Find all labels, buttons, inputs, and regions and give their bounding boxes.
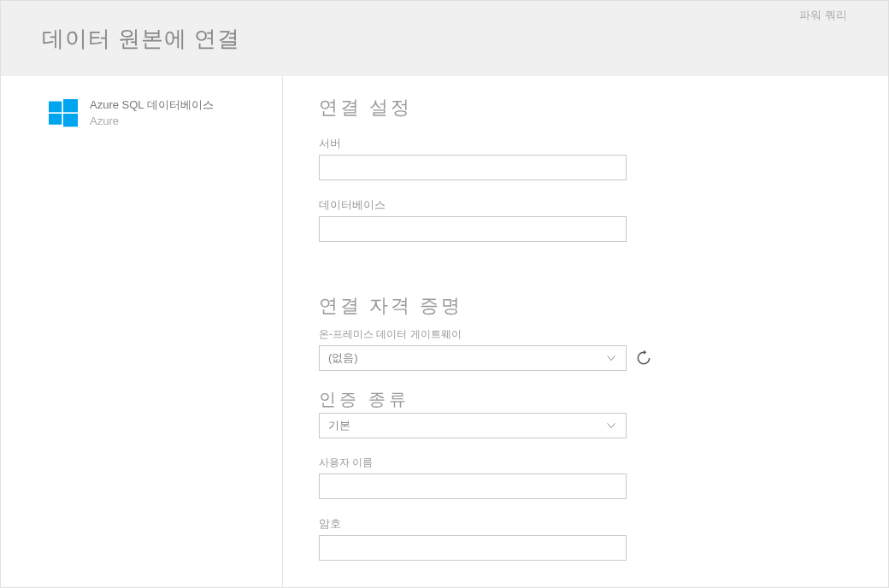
svg-rect-3 xyxy=(63,114,78,126)
app-header: 데이터 원본에 연결 파워 쿼리 xyxy=(1,1,888,76)
server-field-group: 서버 xyxy=(319,136,854,180)
password-field-group: 암호 xyxy=(319,516,854,561)
windows-logo-icon xyxy=(49,99,78,128)
svg-rect-0 xyxy=(49,102,62,113)
server-label: 서버 xyxy=(319,136,854,151)
username-label: 사용자 이름 xyxy=(319,456,854,470)
server-input[interactable] xyxy=(319,155,627,180)
gateway-select[interactable]: (없음) xyxy=(319,345,627,371)
svg-rect-2 xyxy=(49,114,62,125)
gateway-select-value: (없음) xyxy=(328,350,358,366)
password-label: 암호 xyxy=(319,516,854,532)
password-input[interactable] xyxy=(319,535,627,561)
sidebar: Azure SQL 데이터베이스 Azure xyxy=(1,76,283,587)
main-panel: 연결 설정 서버 데이터베이스 연결 자격 증명 온-프레미스 데이터 게이트웨… xyxy=(283,76,888,587)
auth-type-select[interactable]: 기본 xyxy=(319,413,627,438)
username-field-group: 사용자 이름 xyxy=(319,456,854,499)
datasource-item[interactable]: Azure SQL 데이터베이스 Azure xyxy=(49,97,265,128)
datasource-title: Azure SQL 데이터베이스 xyxy=(90,97,214,113)
database-field-group: 데이터베이스 xyxy=(319,197,854,242)
datasource-text: Azure SQL 데이터베이스 Azure xyxy=(90,97,214,127)
page-title: 데이터 원본에 연결 xyxy=(42,24,240,54)
database-input[interactable] xyxy=(319,216,627,242)
content-area: Azure SQL 데이터베이스 Azure 연결 설정 서버 데이터베이스 연… xyxy=(1,76,888,587)
connection-settings-heading: 연결 설정 xyxy=(319,95,854,121)
refresh-icon[interactable] xyxy=(635,350,652,367)
username-input[interactable] xyxy=(319,473,627,499)
auth-field-group: 기본 xyxy=(319,413,854,438)
auth-type-heading: 인증 종류 xyxy=(319,388,854,411)
chevron-down-icon xyxy=(605,352,617,364)
database-label: 데이터베이스 xyxy=(319,197,854,213)
chevron-down-icon xyxy=(605,420,617,432)
credentials-heading: 연결 자격 증명 xyxy=(319,293,854,319)
gateway-label: 온-프레미스 데이터 게이트웨이 xyxy=(319,327,854,342)
datasource-subtitle: Azure xyxy=(90,115,214,127)
gateway-field-group: 온-프레미스 데이터 게이트웨이 (없음) xyxy=(319,327,854,371)
brand-label: 파워 쿼리 xyxy=(799,8,847,23)
auth-type-select-value: 기본 xyxy=(328,418,350,433)
svg-rect-1 xyxy=(63,99,78,112)
